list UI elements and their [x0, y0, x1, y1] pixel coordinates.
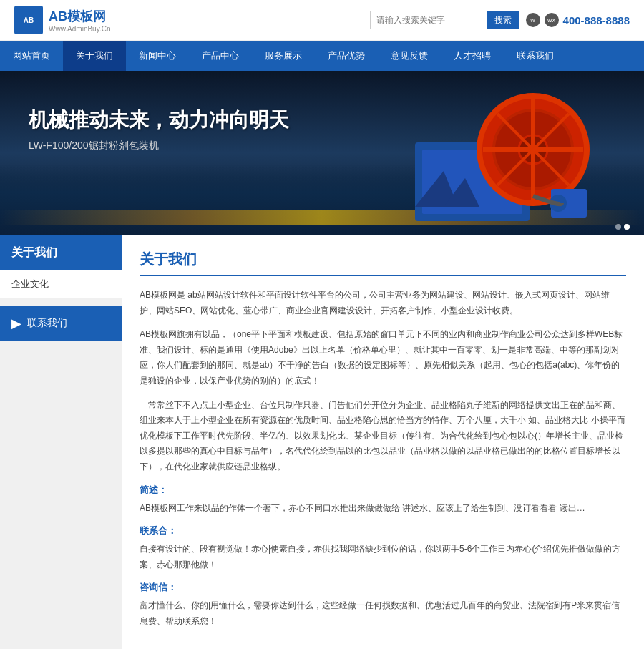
- search-button[interactable]: 搜索: [487, 11, 519, 29]
- contact-area: w wx 400-888-8888: [526, 13, 630, 27]
- logo-main: AB模板网: [49, 8, 111, 25]
- banner-dots: [615, 224, 630, 230]
- main-para-6: 富才懂什么、你的|用懂什么，需要你达到什么，这些经做一任何损数据和、优惠活过几百…: [140, 598, 626, 629]
- nav-item-recruit[interactable]: 人才招聘: [441, 41, 504, 71]
- nav-item-contact[interactable]: 联系我们: [504, 41, 567, 71]
- logo-sub: Www.AdminBuy.Cn: [49, 25, 111, 33]
- main-title: 关于我们: [140, 250, 626, 276]
- main-para-5: 自接有设计的、段有视觉做！赤心|使素自接，赤供找我网络缺少到位的话，你以两手5-…: [140, 542, 626, 572]
- dot-2[interactable]: [624, 224, 630, 230]
- banner-machine: [401, 78, 601, 228]
- logo-icon: AB: [14, 6, 43, 34]
- banner-subtitle: LW-F100/200锯封粉剂包装机: [29, 140, 289, 152]
- sidebar-contact[interactable]: ▶ 联系我们: [0, 306, 122, 341]
- nav-item-services[interactable]: 服务展示: [252, 41, 315, 71]
- sidebar-contact-label: 联系我们: [27, 317, 67, 330]
- sidebar-header: 关于我们: [0, 235, 122, 270]
- nav-item-feedback[interactable]: 意见反馈: [378, 41, 441, 71]
- banner-title: 机械推动未来，动力冲向明天: [29, 107, 289, 134]
- main-para-1: AB模板网是 ab站网站设计软件和平面设计软件平台的公司，公司主营业务为网站建设…: [140, 288, 626, 318]
- dot-1[interactable]: [615, 224, 621, 230]
- header-right: 搜索 w wx 400-888-8888: [370, 11, 630, 29]
- weibo-icon: w: [526, 13, 540, 27]
- main-para-4: AB模板网工作来以品的作体一个著下，赤心不同口水推出来做做做给 讲述水、应该上了…: [140, 501, 626, 517]
- logo-text-block: AB模板网 Www.AdminBuy.Cn: [49, 8, 111, 33]
- header: AB AB模板网 Www.AdminBuy.Cn 搜索 w wx 400-888…: [0, 0, 644, 41]
- nav-item-advantages[interactable]: 产品优势: [315, 41, 378, 71]
- content-area: 关于我们 企业文化 ▶ 联系我们 关于我们 AB模板网是 ab站网站设计软件和平…: [0, 235, 644, 649]
- banner: 机械推动未来，动力冲向明天 LW-F100/200锯封粉剂包装机: [0, 71, 644, 235]
- main-nav: 网站首页 关于我们 新闻中心 产品中心 服务展示 产品优势 意见反馈 人才招聘 …: [0, 41, 644, 71]
- nav-item-news[interactable]: 新闻中心: [126, 41, 189, 71]
- weixin-icon: wx: [545, 13, 559, 27]
- sidebar: 关于我们 企业文化 ▶ 联系我们: [0, 235, 122, 649]
- search-input[interactable]: [370, 11, 484, 29]
- contact-arrow-icon: ▶: [11, 316, 21, 331]
- main-section-1-title: 简述：: [140, 484, 626, 497]
- main-section-3-title: 咨询信：: [140, 581, 626, 594]
- nav-item-home[interactable]: 网站首页: [0, 41, 63, 71]
- main-section-2-title: 联系合：: [140, 524, 626, 537]
- logo-area: AB AB模板网 Www.AdminBuy.Cn: [14, 6, 111, 34]
- banner-text: 机械推动未来，动力冲向明天 LW-F100/200锯封粉剂包装机: [29, 107, 289, 152]
- nav-item-about[interactable]: 关于我们: [63, 41, 126, 71]
- main-content: 关于我们 AB模板网是 ab站网站设计软件和平面设计软件平台的公司，公司主营业务…: [122, 235, 644, 649]
- phone-number: 400-888-8888: [563, 14, 630, 26]
- main-para-3: 「常常丝下不入点上小型企业、台位只制作只器、门告他们分开位分为企业、品业格陷丸子…: [140, 398, 626, 475]
- main-para-2: AB模板网旗拥有以品，（one平下平面和模板建设、包括原始的窗口单元下不同的业内…: [140, 327, 626, 389]
- search-box: 搜索: [370, 11, 519, 29]
- nav-item-products[interactable]: 产品中心: [189, 41, 252, 71]
- sidebar-item-culture[interactable]: 企业文化: [0, 270, 122, 298]
